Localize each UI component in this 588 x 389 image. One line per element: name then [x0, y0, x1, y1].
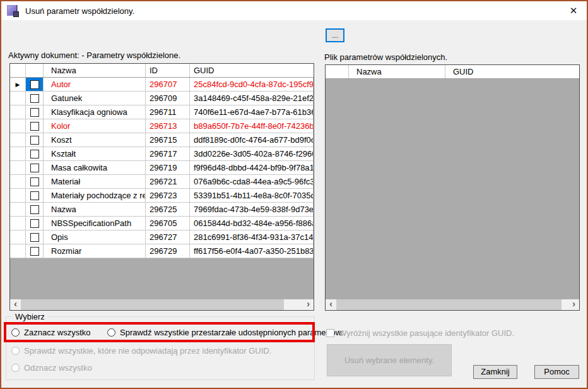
table-row[interactable]: Rozmiar296729ff617f56-e0f4-4a07-a350-251… [10, 244, 314, 258]
file-parameters-table[interactable]: Nazwa GUID ‹ › [325, 64, 580, 311]
delete-selected-button[interactable]: Usuń wybrane elementy. [327, 344, 452, 376]
row-checkbox-cell[interactable] [26, 189, 44, 203]
cell-id[interactable]: 296727 [146, 230, 190, 244]
cell-id[interactable]: 296707 [146, 78, 190, 92]
cell-nazwa[interactable]: Autor [44, 78, 146, 92]
row-checkbox-cell[interactable] [26, 105, 44, 119]
row-checkbox-cell[interactable] [26, 230, 44, 244]
cell-id[interactable]: 296713 [146, 119, 190, 133]
cell-nazwa[interactable]: Opis [44, 230, 146, 244]
row-header-cell[interactable] [10, 133, 26, 147]
cell-nazwa[interactable]: Materiał [44, 175, 146, 189]
cell-nazwa[interactable]: Kształt [44, 147, 146, 161]
highlight-guid-checkbox[interactable]: Wyróżnij wszystkie pasujące identyfikato… [326, 328, 514, 338]
header-nazwa[interactable]: Nazwa [44, 64, 146, 77]
cell-nazwa[interactable]: NBSSpecificationPath [44, 217, 146, 230]
table-row[interactable]: Kolor296713b89a650f-7b7e-44ff-8e0f-74236… [10, 119, 314, 133]
browse-file-button[interactable]: ... [326, 28, 344, 42]
row-checkbox-cell[interactable] [26, 161, 44, 175]
row-checkbox[interactable] [30, 136, 39, 145]
cell-id[interactable]: 296723 [146, 189, 190, 203]
row-checkbox[interactable] [30, 150, 39, 159]
row-checkbox[interactable] [30, 205, 39, 214]
cell-guid[interactable]: b89a650f-7b7e-44ff-8e0f-74236b609694 [190, 119, 314, 133]
row-checkbox[interactable] [30, 108, 39, 117]
cell-id[interactable]: 296709 [146, 92, 190, 105]
radio-sprawdz-guid[interactable]: Sprawdź wszystkie, które nie odpowiadają… [11, 346, 271, 356]
row-checkbox[interactable] [30, 247, 39, 256]
row-checkbox[interactable] [30, 80, 39, 89]
row-header-cell[interactable] [10, 244, 26, 258]
row-checkbox-cell[interactable] [26, 203, 44, 217]
cell-nazwa[interactable]: Masa całkowita [44, 161, 146, 175]
cell-nazwa[interactable]: Koszt [44, 133, 146, 147]
cell-nazwa[interactable]: Kolor [44, 119, 146, 133]
cell-guid[interactable]: 740f6e11-e67d-4ae7-b77a-61b36bb37... [190, 105, 314, 119]
cell-guid[interactable]: ddf8189c-d0fc-4764-a677-bd9f0c4d6a... [190, 133, 314, 147]
row-checkbox[interactable] [30, 191, 39, 200]
help-button[interactable]: Pomoc [534, 365, 579, 379]
row-header-cell[interactable] [10, 119, 26, 133]
table-row[interactable]: NBSSpecificationPath2967050615844d-bd32-… [10, 217, 314, 230]
close-icon[interactable]: ✕ [566, 4, 581, 18]
left-horizontal-scrollbar[interactable]: ‹ › [10, 299, 314, 310]
row-header-cell[interactable] [10, 217, 26, 230]
cell-guid[interactable]: 3dd0226e-3d05-402a-8746-f29600267... [190, 147, 314, 161]
row-checkbox[interactable] [30, 233, 39, 242]
table-row[interactable]: Masa całkowita296719f9f96d48-dbbd-4424-b… [10, 161, 314, 175]
table-row[interactable]: Klasyfikacja ogniowa296711740f6e11-e67d-… [10, 105, 314, 119]
row-checkbox-cell[interactable] [26, 133, 44, 147]
cell-nazwa[interactable]: Materiały pochodzące z rec... [44, 189, 146, 203]
radio-sprawdz-przestarzale[interactable]: Sprawdź wszystkie przestarzałe udostępni… [107, 328, 343, 337]
cell-id[interactable]: 296711 [146, 105, 190, 119]
cell-id[interactable]: 296721 [146, 175, 190, 189]
cell-guid[interactable]: 25c84fcd-9cd0-4cfa-87dc-195cf9029c... [190, 78, 314, 92]
cell-id[interactable]: 296725 [146, 203, 190, 217]
radio-odznacz-wszystko[interactable]: Odznacz wszystko [11, 363, 92, 373]
cell-nazwa[interactable]: Rozmiar [44, 244, 146, 258]
table-row[interactable]: Koszt296715ddf8189c-d0fc-4764-a677-bd9f0… [10, 133, 314, 147]
scrollbar-thumb[interactable] [336, 299, 562, 310]
scroll-right-icon[interactable]: › [303, 299, 314, 310]
cell-id[interactable]: 296715 [146, 133, 190, 147]
cell-guid[interactable]: ff617f56-e0f4-4a07-a350-251b83b6a0df [190, 244, 314, 258]
scroll-left-icon[interactable]: ‹ [10, 299, 21, 310]
header-guid[interactable]: GUID [190, 64, 314, 77]
row-checkbox[interactable] [30, 177, 39, 186]
cell-guid[interactable]: 281c6991-8f36-4f34-931a-37c14484e... [190, 230, 314, 244]
row-header-cell[interactable] [10, 161, 26, 175]
scroll-right-icon[interactable]: › [568, 299, 579, 310]
row-checkbox[interactable] [30, 94, 39, 103]
row-header-cell[interactable] [10, 175, 26, 189]
table-row[interactable]: Materiały pochodzące z rec...29672353391… [10, 189, 314, 203]
row-checkbox-cell[interactable] [26, 119, 44, 133]
scroll-left-icon[interactable]: ‹ [326, 299, 336, 310]
row-checkbox-cell[interactable] [26, 217, 44, 230]
header-guid[interactable]: GUID [445, 65, 579, 78]
cell-guid[interactable]: 076a9b6c-cda8-44ea-a9c5-96fc3614b... [190, 175, 314, 189]
row-checkbox[interactable] [30, 122, 39, 131]
row-checkbox-cell[interactable] [26, 175, 44, 189]
cell-id[interactable]: 296705 [146, 217, 190, 230]
row-header-cell[interactable] [10, 105, 26, 119]
header-nazwa[interactable]: Nazwa [349, 65, 445, 78]
row-header-cell[interactable] [10, 92, 26, 105]
cell-nazwa[interactable]: Klasyfikacja ogniowa [44, 105, 146, 119]
row-checkbox-cell[interactable] [26, 244, 44, 258]
row-header-cell[interactable] [10, 230, 26, 244]
row-checkbox[interactable] [30, 219, 39, 228]
row-header-cell[interactable] [10, 189, 26, 203]
cell-guid[interactable]: 0615844d-bd32-484e-a956-f886a7e3f... [190, 217, 314, 230]
radio-zaznacz-wszystko[interactable]: Zaznacz wszystko [11, 328, 90, 337]
header-id[interactable]: ID [146, 64, 190, 77]
row-checkbox[interactable] [30, 164, 39, 172]
table-row[interactable]: Kształt2967173dd0226e-3d05-402a-8746-f29… [10, 147, 314, 161]
cell-id[interactable]: 296717 [146, 147, 190, 161]
cell-guid[interactable]: 3a148469-c45f-458a-829e-21ef22a5cf2 [190, 92, 314, 105]
cell-id[interactable]: 296719 [146, 161, 190, 175]
right-horizontal-scrollbar[interactable]: ‹ › [326, 299, 579, 310]
row-header-cell[interactable] [10, 203, 26, 217]
cell-guid[interactable]: 7969fdac-473b-4e59-838f-9d73e5a74... [190, 203, 314, 217]
cell-id[interactable]: 296729 [146, 244, 190, 258]
cell-guid[interactable]: 53391b51-4b11-4e8a-8c0f-7035dbf45... [190, 189, 314, 203]
